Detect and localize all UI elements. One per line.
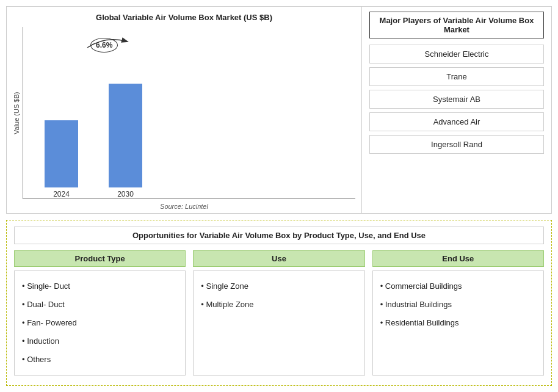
product-item-4: • Others xyxy=(22,350,178,369)
product-item-3: • Induction xyxy=(22,332,178,350)
columns-row: Product Type • Single- Duct • Dual- Duct… xyxy=(14,250,544,376)
source-text: Source: Lucintel xyxy=(160,203,208,210)
player-item-0: Schneider Electric xyxy=(369,45,544,64)
bar-group-2024: 2024 xyxy=(45,120,78,198)
bar-2024 xyxy=(45,120,78,187)
end-use-header: End Use xyxy=(372,250,544,267)
use-content: • Single Zone • Multiple Zone xyxy=(193,270,364,376)
use-col: Use • Single Zone • Multiple Zone xyxy=(193,250,364,376)
end-use-item-1: • Industrial Buildings xyxy=(380,296,536,314)
chart-wrapper: Value (US $B) 6.6% xyxy=(13,27,355,199)
bar-group-2030: 2030 xyxy=(109,84,142,198)
product-item-0: • Single- Duct xyxy=(22,277,178,296)
end-use-item-0: • Commercial Buildings xyxy=(380,277,536,296)
product-type-header: Product Type xyxy=(14,250,186,267)
product-type-col: Product Type • Single- Duct • Dual- Duct… xyxy=(14,250,186,376)
product-type-content: • Single- Duct • Dual- Duct • Fan- Power… xyxy=(14,270,186,376)
product-item-1: • Dual- Duct xyxy=(22,296,178,314)
y-axis-label: Value (US $B) xyxy=(13,27,20,199)
use-item-0: • Single Zone xyxy=(201,277,357,296)
end-use-content: • Commercial Buildings • Industrial Buil… xyxy=(372,270,544,376)
opportunities-title: Opportunities for Variable Air Volume Bo… xyxy=(14,227,544,244)
end-use-col: End Use • Commercial Buildings • Industr… xyxy=(372,250,544,376)
bar-label-2024: 2024 xyxy=(53,190,70,198)
product-item-2: • Fan- Powered xyxy=(22,314,178,332)
use-item-1: • Multiple Zone xyxy=(201,296,357,314)
player-item-3: Advanced Air xyxy=(369,112,544,131)
use-header: Use xyxy=(193,250,364,267)
chart-title: Global Variable Air Volume Box Market (U… xyxy=(96,13,272,22)
chart-inner: 6.6% xyxy=(23,27,355,199)
top-section: Global Variable Air Volume Box Market (U… xyxy=(6,6,552,214)
players-area: Major Players of Variable Air Volume Box… xyxy=(362,7,551,213)
chart-area: Global Variable Air Volume Box Market (U… xyxy=(7,7,362,213)
bar-2030 xyxy=(109,84,142,187)
bar-label-2030: 2030 xyxy=(117,190,134,198)
bar-chart: 6.6% xyxy=(23,27,355,199)
player-item-4: Ingersoll Rand xyxy=(369,135,544,154)
main-container: Global Variable Air Volume Box Market (U… xyxy=(0,0,558,392)
end-use-item-2: • Residential Buildings xyxy=(380,314,536,332)
players-title: Major Players of Variable Air Volume Box… xyxy=(369,12,544,38)
bottom-section: Opportunities for Variable Air Volume Bo… xyxy=(6,220,552,386)
growth-arrow-icon xyxy=(81,35,136,54)
player-item-1: Trane xyxy=(369,67,544,86)
player-item-2: Systemair AB xyxy=(369,90,544,109)
